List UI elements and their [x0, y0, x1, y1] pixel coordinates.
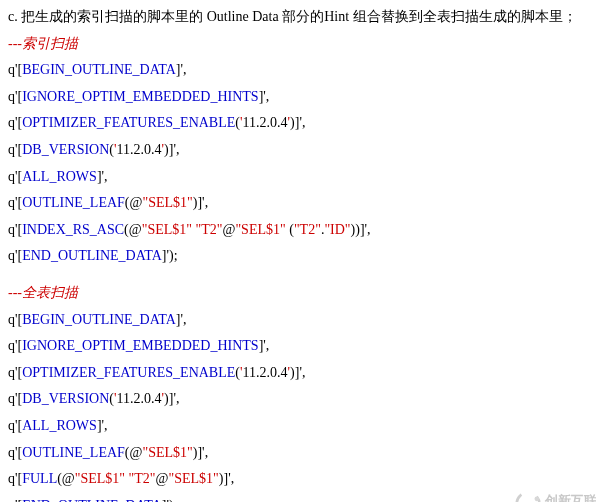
code-line: q'[IGNORE_OPTIM_EMBEDDED_HINTS]', [8, 333, 596, 360]
section1-code: q'[BEGIN_OUTLINE_DATA]',q'[IGNORE_OPTIM_… [8, 57, 596, 270]
section1-comment: ---索引扫描 [8, 31, 596, 58]
svg-point-1 [535, 497, 540, 502]
logo-cn: 创新互联 [545, 494, 596, 502]
code-line: q'[DB_VERSION('11.2.0.4')]', [8, 386, 596, 413]
code-line: q'[FULL(@"SEL$1" "T2"@"SEL$1")]', [8, 466, 596, 493]
code-line: q'[IGNORE_OPTIM_EMBEDDED_HINTS]', [8, 84, 596, 111]
code-line: q'[BEGIN_OUTLINE_DATA]', [8, 307, 596, 334]
code-line: q'[OPTIMIZER_FEATURES_ENABLE('11.2.0.4')… [8, 110, 596, 137]
code-line: q'[ALL_ROWS]', [8, 413, 596, 440]
code-line: q'[END_OUTLINE_DATA]'); [8, 243, 596, 270]
watermark-logo: 创新互联 CDCXHL.COM [515, 491, 596, 502]
section2-comment: ---全表扫描 [8, 280, 596, 307]
code-line: q'[BEGIN_OUTLINE_DATA]', [8, 57, 596, 84]
code-line: q'[DB_VERSION('11.2.0.4')]', [8, 137, 596, 164]
code-line: q'[OUTLINE_LEAF(@"SEL$1")]', [8, 190, 596, 217]
section2-code: q'[BEGIN_OUTLINE_DATA]',q'[IGNORE_OPTIM_… [8, 307, 596, 502]
code-line: q'[OPTIMIZER_FEATURES_ENABLE('11.2.0.4')… [8, 360, 596, 387]
code-line: q'[OUTLINE_LEAF(@"SEL$1")]', [8, 440, 596, 467]
instruction-heading: c. 把生成的索引扫描的脚本里的 Outline Data 部分的Hint 组合… [8, 4, 596, 31]
code-line: q'[ALL_ROWS]', [8, 164, 596, 191]
code-line: q'[END_OUTLINE_DATA]'); [8, 493, 596, 502]
logo-icon [515, 491, 541, 502]
code-line: q'[INDEX_RS_ASC(@"SEL$1" "T2"@"SEL$1" ("… [8, 217, 596, 244]
